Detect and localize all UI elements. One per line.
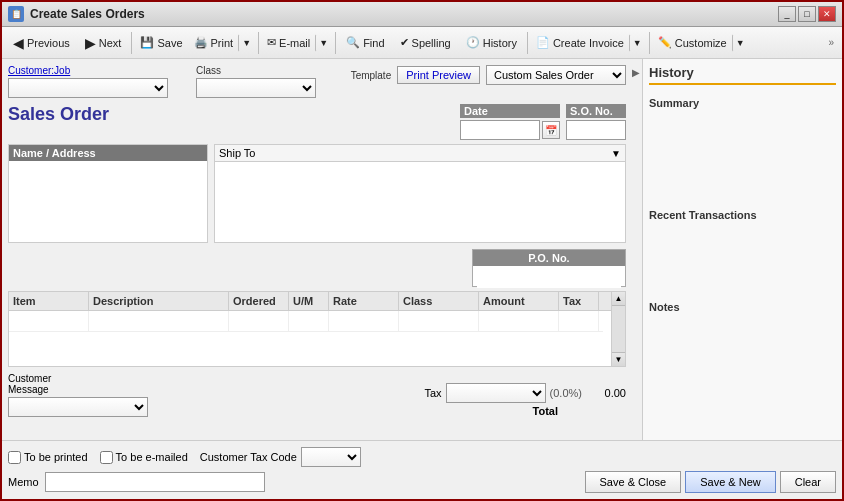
customize-dropdown-button[interactable]: ▼ xyxy=(732,34,749,52)
print-preview-button[interactable]: Print Preview xyxy=(397,66,480,84)
po-no-text-input[interactable] xyxy=(477,268,621,288)
to-be-printed-item: To be printed xyxy=(8,451,88,464)
checkboxes-row: To be printed To be e-mailed Customer Ta… xyxy=(8,447,836,467)
calendar-button[interactable]: 📅 xyxy=(542,121,560,139)
ship-to-content[interactable] xyxy=(215,162,625,242)
previous-button[interactable]: ◀ Previous xyxy=(6,31,77,55)
top-fields-row: Customer:Job Class Template Print Previe… xyxy=(8,65,626,98)
col-header-description: Description xyxy=(89,292,229,310)
next-icon: ▶ xyxy=(85,35,96,51)
customer-job-select[interactable] xyxy=(8,78,168,98)
to-be-emailed-checkbox[interactable] xyxy=(100,451,113,464)
date-so-area: Date 12/15/2015 📅 S.O. No. 7005 xyxy=(460,104,626,140)
minimize-button[interactable]: _ xyxy=(778,6,796,22)
po-row: P.O. No. xyxy=(8,249,626,287)
name-address-header: Name / Address xyxy=(9,145,207,161)
customer-message-label: Customer Message xyxy=(8,373,51,395)
table-row xyxy=(9,311,603,332)
customize-main-button[interactable]: ✏️ Customize xyxy=(653,32,732,53)
toolbar-expand-arrow[interactable]: » xyxy=(824,33,838,52)
col-header-um: U/M xyxy=(289,292,329,310)
date-input[interactable]: 12/15/2015 xyxy=(460,120,540,140)
col-header-class: Class xyxy=(399,292,479,310)
tax-amount: 0.00 xyxy=(586,387,626,399)
cell-ordered[interactable] xyxy=(229,311,289,331)
cell-tax[interactable] xyxy=(559,311,599,331)
title-controls: _ □ ✕ xyxy=(778,6,836,22)
print-dropdown-button[interactable]: ▼ xyxy=(238,34,255,52)
spelling-button[interactable]: ✔ Spelling xyxy=(393,32,458,53)
scroll-down-button[interactable]: ▼ xyxy=(612,352,625,366)
history-button[interactable]: 🕐 History xyxy=(459,32,524,53)
so-no-input[interactable]: 7005 xyxy=(566,120,626,140)
history-summary-content xyxy=(649,117,836,197)
items-table: Item Description Ordered U/M Rate Class … xyxy=(8,291,626,367)
cell-class[interactable] xyxy=(399,311,479,331)
save-close-button[interactable]: Save & Close xyxy=(585,471,682,493)
maximize-button[interactable]: □ xyxy=(798,6,816,22)
email-dropdown-button[interactable]: ▼ xyxy=(315,34,332,52)
email-split-button: ✉ E-mail ▼ xyxy=(262,32,332,53)
cell-desc[interactable] xyxy=(89,311,229,331)
class-select[interactable] xyxy=(196,78,316,98)
template-select[interactable]: Custom Sales Order xyxy=(486,65,626,85)
po-no-header: P.O. No. xyxy=(473,250,625,266)
customer-tax-code-select[interactable] xyxy=(301,447,361,467)
create-invoice-main-button[interactable]: 📄 Create Invoice xyxy=(531,32,629,53)
items-table-body[interactable] xyxy=(9,311,625,366)
save-new-button[interactable]: Save & New xyxy=(685,471,776,493)
name-address-box: Name / Address xyxy=(8,144,208,243)
next-button[interactable]: ▶ Next xyxy=(78,31,129,55)
ship-to-area: Ship To ▼ xyxy=(214,144,626,243)
cell-um[interactable] xyxy=(289,311,329,331)
to-be-emailed-item: To be e-mailed xyxy=(100,451,188,464)
customize-split-button: ✏️ Customize ▼ xyxy=(653,32,749,53)
create-invoice-split-button: 📄 Create Invoice ▼ xyxy=(531,32,646,53)
cell-amount[interactable] xyxy=(479,311,559,331)
close-button[interactable]: ✕ xyxy=(818,6,836,22)
tax-total-area: Tax (0.0%) 0.00 Total xyxy=(424,383,626,417)
tax-select[interactable] xyxy=(446,383,546,403)
create-invoice-dropdown-button[interactable]: ▼ xyxy=(629,34,646,52)
ship-to-dropdown[interactable]: ▼ xyxy=(611,148,621,159)
memo-input[interactable] xyxy=(45,472,265,492)
toolbar-separator-4 xyxy=(527,32,528,54)
window-title: Create Sales Orders xyxy=(30,7,145,21)
email-main-button[interactable]: ✉ E-mail xyxy=(262,32,315,53)
history-recent-content xyxy=(649,229,836,289)
toolbar-separator-5 xyxy=(649,32,650,54)
col-header-rate: Rate xyxy=(329,292,399,310)
date-field: 12/15/2015 📅 xyxy=(460,120,560,140)
cell-item[interactable] xyxy=(9,311,89,331)
col-header-amount: Amount xyxy=(479,292,559,310)
total-label: Total xyxy=(533,405,558,417)
po-no-input[interactable] xyxy=(473,266,625,286)
history-icon: 🕐 xyxy=(466,36,480,49)
customer-message-label-area: Customer Message xyxy=(8,373,148,395)
memo-label: Memo xyxy=(8,476,39,488)
to-be-emailed-label: To be e-mailed xyxy=(116,451,188,463)
clear-button[interactable]: Clear xyxy=(780,471,836,493)
cell-rate[interactable] xyxy=(329,311,399,331)
class-group: Class xyxy=(196,65,316,98)
print-main-button[interactable]: 🖨️ Print xyxy=(189,32,239,53)
sales-order-title: Sales Order xyxy=(8,104,109,125)
window-icon: 📋 xyxy=(8,6,24,22)
find-button[interactable]: 🔍 Find xyxy=(339,32,391,53)
print-icon: 🖨️ xyxy=(194,36,208,49)
action-buttons: Save & Close Save & New Clear xyxy=(585,471,836,493)
name-address-content[interactable] xyxy=(9,161,207,241)
scroll-up-button[interactable]: ▲ xyxy=(612,292,625,306)
toolbar-separator-1 xyxy=(131,32,132,54)
customer-message-select[interactable] xyxy=(8,397,148,417)
find-icon: 🔍 xyxy=(346,36,360,49)
to-be-printed-checkbox[interactable] xyxy=(8,451,21,464)
sales-order-header: Sales Order Date 12/15/2015 📅 S.O. No. 7… xyxy=(8,104,626,140)
items-table-header: Item Description Ordered U/M Rate Class … xyxy=(9,292,625,311)
history-collapse-arrow[interactable] xyxy=(632,59,642,440)
template-label: Template xyxy=(351,70,392,81)
save-split-button: 💾 Save xyxy=(135,32,187,53)
save-main-button[interactable]: 💾 Save xyxy=(135,32,187,53)
main-window: 📋 Create Sales Orders _ □ ✕ ◀ Previous ▶… xyxy=(0,0,844,501)
customer-tax-code-area: Customer Tax Code xyxy=(200,447,361,467)
